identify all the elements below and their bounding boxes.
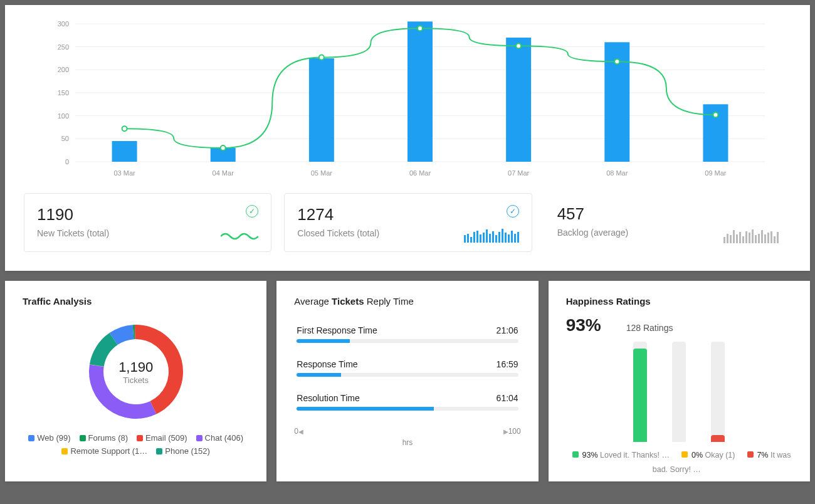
happiness-panel: Happiness Ratings 93% 128 Ratings 93% Lo… <box>549 281 810 481</box>
happiness-bar-chart <box>566 342 792 442</box>
new-tickets-value: 1190 <box>37 205 109 224</box>
legend-item[interactable]: Web (99) <box>28 433 70 443</box>
svg-text:0: 0 <box>65 158 69 165</box>
reply-time-label: First Response Time <box>297 325 377 335</box>
sparkline-bars <box>723 229 779 243</box>
reply-time-row: Resolution Time 61:04 <box>294 393 520 411</box>
scale-right-icon: ▶ <box>503 428 508 435</box>
reply-time-label: Resolution Time <box>297 393 359 403</box>
happiness-legend: 93% Loved it. Thanks! … 0% Okay (1) 7% I… <box>566 448 792 476</box>
scale-left-icon: ◀ <box>298 428 303 435</box>
reply-time-value: 21:06 <box>497 325 518 335</box>
traffic-legend: Web (99)Forums (8)Email (509)Chat (406)R… <box>23 433 249 456</box>
svg-text:04 Mar: 04 Mar <box>213 169 234 177</box>
happiness-title: Happiness Ratings <box>566 296 792 307</box>
reply-time-panel: Average Tickets Reply Time First Respons… <box>276 281 538 481</box>
legend-item[interactable]: Chat (406) <box>196 433 243 443</box>
reply-time-scale: 0 ◀ ▶ 100 <box>294 427 520 436</box>
svg-rect-16 <box>309 58 334 162</box>
svg-point-24 <box>418 26 423 31</box>
svg-point-26 <box>614 59 619 64</box>
reply-time-value: 61:04 <box>497 393 518 403</box>
closed-tickets-label: Closed Tickets (total) <box>297 228 379 238</box>
backlog-label: Backlog (average) <box>557 228 629 238</box>
sparkline-bars <box>464 229 519 243</box>
legend-item[interactable]: Forums (8) <box>80 433 129 443</box>
reply-time-title: Average Tickets Reply Time <box>294 296 520 307</box>
svg-text:06 Mar: 06 Mar <box>409 169 431 177</box>
reply-time-row: Response Time 16:59 <box>294 359 520 377</box>
closed-tickets-value: 1274 <box>297 205 379 224</box>
happiness-bar <box>633 342 647 442</box>
reply-time-label: Response Time <box>297 359 357 369</box>
stat-card-closed-tickets[interactable]: 1274 Closed Tickets (total) ✓ <box>284 193 532 252</box>
reply-time-value: 16:59 <box>497 359 518 369</box>
svg-rect-14 <box>112 141 137 162</box>
tickets-bar-line-chart: 05010015020025030003 Mar04 Mar05 Mar06 M… <box>24 18 791 181</box>
svg-text:300: 300 <box>58 20 69 28</box>
reply-time-bar <box>297 373 518 377</box>
check-icon: ✓ <box>246 205 258 218</box>
happiness-legend-item[interactable]: 0% Okay (1) <box>681 451 737 459</box>
svg-point-21 <box>122 126 127 131</box>
svg-rect-18 <box>506 38 531 162</box>
svg-text:50: 50 <box>61 135 69 142</box>
svg-text:200: 200 <box>58 66 69 73</box>
happiness-legend-item[interactable]: 93% Loved it. Thanks! … <box>572 451 671 459</box>
backlog-value: 457 <box>557 204 629 224</box>
happiness-bar <box>711 342 725 442</box>
donut-total-label: Tickets <box>123 375 149 385</box>
traffic-title: Traffic Analysis <box>23 296 249 307</box>
reply-time-row: First Response Time 21:06 <box>294 325 520 343</box>
happiness-bar <box>672 342 686 442</box>
happiness-ratings-count: 128 Ratings <box>626 323 673 333</box>
bottom-row: Traffic Analysis 1,190 Tickets Web (99)F… <box>5 281 810 481</box>
donut-total-value: 1,190 <box>118 359 153 375</box>
svg-text:07 Mar: 07 Mar <box>508 169 530 177</box>
stat-card-new-tickets[interactable]: 1190 New Tickets (total) ✓ <box>24 193 271 252</box>
stat-row: 1190 New Tickets (total) ✓ 1274 Closed T… <box>24 193 791 252</box>
tickets-overview-panel: 05010015020025030003 Mar04 Mar05 Mar06 M… <box>5 5 810 271</box>
svg-rect-17 <box>408 21 433 162</box>
traffic-analysis-panel: Traffic Analysis 1,190 Tickets Web (99)F… <box>5 281 266 481</box>
svg-text:150: 150 <box>58 89 69 97</box>
svg-point-23 <box>319 55 324 60</box>
svg-text:03 Mar: 03 Mar <box>113 169 135 177</box>
svg-text:05 Mar: 05 Mar <box>311 169 333 177</box>
check-icon: ✓ <box>507 205 519 218</box>
svg-point-25 <box>516 43 521 48</box>
reply-time-bar <box>297 339 518 343</box>
stat-card-backlog[interactable]: 457 Backlog (average) <box>545 193 791 252</box>
svg-text:100: 100 <box>58 112 69 120</box>
legend-item[interactable]: Remote Support (1… <box>61 446 147 456</box>
svg-point-22 <box>221 145 226 150</box>
svg-text:250: 250 <box>58 43 69 51</box>
legend-item[interactable]: Email (509) <box>137 433 187 443</box>
legend-item[interactable]: Phone (152) <box>156 446 210 456</box>
happiness-pct: 93% <box>566 315 601 335</box>
traffic-donut: 1,190 Tickets <box>80 315 192 428</box>
new-tickets-label: New Tickets (total) <box>37 228 109 238</box>
reply-time-bar <box>297 407 518 411</box>
svg-point-27 <box>713 112 718 117</box>
svg-text:09 Mar: 09 Mar <box>705 169 727 177</box>
scale-unit: hrs <box>294 438 520 447</box>
sparkline-wave <box>221 230 258 243</box>
svg-text:08 Mar: 08 Mar <box>606 169 628 177</box>
